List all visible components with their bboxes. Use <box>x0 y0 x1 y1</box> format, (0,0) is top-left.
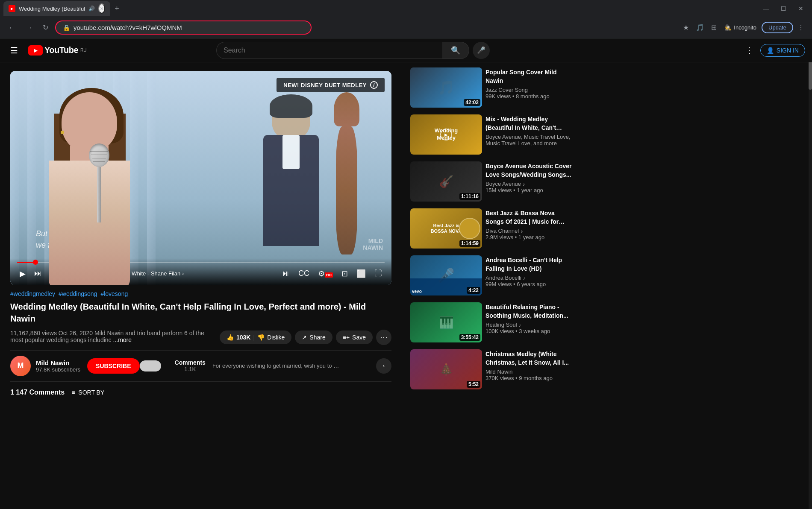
voice-search-button[interactable]: 🎤 <box>473 42 490 59</box>
new-tab-button[interactable]: + <box>112 2 122 16</box>
sort-button[interactable]: ≡ SORT BY <box>71 389 104 396</box>
comments-button[interactable]: Comments 1.1K <box>175 359 206 372</box>
thumb-bossa-text: Best Jazz &BOSSA NOVA <box>430 222 463 235</box>
save-label: Save <box>352 334 366 341</box>
comments-expand-button[interactable]: › <box>376 358 391 374</box>
more-link[interactable]: ...more <box>113 336 132 343</box>
sidebar-item-4[interactable]: 🎤 vevo 4:22 Andrea Bocelli - Can't Help … <box>409 254 574 297</box>
content-area: NEW! DISNEY DUET MEDLEY i But when we fi… <box>0 62 402 408</box>
sidebar-title-4: Andrea Bocelli - Can't Help Falling In L… <box>485 256 573 273</box>
fullscreen-button[interactable]: ⛶ <box>372 267 385 280</box>
sidebar-title-2: Boyce Avenue Acoustic Cover Love Songs/W… <box>485 162 573 179</box>
miniplayer-button[interactable]: ⊡ <box>339 267 350 280</box>
sidebar-item-2[interactable]: 🎸 1:11:16 Boyce Avenue Acoustic Cover Lo… <box>409 160 574 203</box>
theater-button[interactable]: ⬜ <box>354 267 368 280</box>
main-layout: NEW! DISNEY DUET MEDLEY i But when we fi… <box>0 62 812 408</box>
mic-stem <box>97 167 101 222</box>
sidebar-thumb-5: 🎹 3:55:42 <box>410 302 482 342</box>
thumb-icon-5: 🎹 <box>439 316 454 330</box>
thumbs-up-icon: 👍 <box>227 334 234 341</box>
play-button[interactable]: ▶ <box>17 267 28 280</box>
bookmark-button[interactable]: ★ <box>680 21 691 34</box>
sidebar-item-5[interactable]: 🎹 3:55:42 Beautiful Relaxing Piano - Soo… <box>409 301 574 344</box>
next-arrow: › <box>182 270 184 277</box>
sidebar-info-0: Popular Song Cover Mild Nawin Jazz Cover… <box>485 67 573 108</box>
url-box[interactable]: 🔒 <box>55 20 312 35</box>
video-stats: 11,162,860 views Oct 26, 2020 Mild Nawin… <box>10 330 213 343</box>
logo-country: RU <box>80 48 86 53</box>
header-right: ⋮ 👤 SIGN IN <box>742 42 805 59</box>
sidebar-info-6: Christmas Medley (White Christmas, Let I… <box>485 349 573 389</box>
badge-text: NEW! DISNEY DUET MEDLEY <box>283 82 367 88</box>
subtitles-button[interactable]: CC <box>296 267 312 280</box>
channel-row: M Mild Nawin 97.8K subscribers SUBSCRIBE… <box>10 350 391 382</box>
media-button[interactable]: 🎵 <box>693 21 707 34</box>
comments-count-label: 1.1K <box>184 366 196 372</box>
thumb-channel-label-4: vevo <box>412 289 422 294</box>
like-count: 103K <box>236 334 250 341</box>
search-input[interactable] <box>216 42 442 59</box>
video-player[interactable]: NEW! DISNEY DUET MEDLEY i But when we fi… <box>10 71 391 285</box>
like-button[interactable]: 👍 103K | 👎 Dislike <box>220 331 291 344</box>
tag-lovesong[interactable]: #lovesong <box>100 290 128 297</box>
search-button[interactable]: 🔍 <box>442 42 469 59</box>
tab-close-button[interactable]: × <box>98 3 105 14</box>
close-window-button[interactable]: ✕ <box>793 3 809 15</box>
bass-head <box>334 92 359 126</box>
autoplay-toggle[interactable]: ⏯ <box>279 267 292 280</box>
sidebar-item-1[interactable]: WeddingMedley ▶ Mix - Wedding Medley (Be… <box>409 113 574 156</box>
browser-more-button[interactable]: ⋮ <box>795 21 807 34</box>
info-icon[interactable]: i <box>370 81 378 89</box>
share-button[interactable]: ↗ Share <box>295 331 332 344</box>
back-button[interactable]: ← <box>5 20 19 35</box>
save-button[interactable]: ≡+ Save <box>336 331 373 344</box>
sidebar-item-6[interactable]: 🎄 5:52 Christmas Medley (White Christmas… <box>409 348 574 391</box>
youtube-app: ☰ YouTubeRU 🔍 🎤 ⋮ 👤 SIGN IN <box>0 38 812 508</box>
scrollbar-track[interactable] <box>809 38 812 509</box>
logo-icon <box>28 45 43 56</box>
video-watermark: MILD NAWIN <box>363 237 383 251</box>
thumb-duration-2: 1:11:16 <box>459 193 480 200</box>
split-view-button[interactable]: ⊞ <box>709 21 719 34</box>
thumb-duration-4: 4:22 <box>467 287 480 294</box>
url-input[interactable] <box>74 24 304 31</box>
browser-tab[interactable]: ▶ Wedding Medley (Beautiful 🔊 × <box>3 1 110 16</box>
minimize-button[interactable]: — <box>758 3 774 15</box>
tag-weddingsong[interactable]: #weddingsong <box>59 290 97 297</box>
sidebar-meta-4: 99M views • 6 years ago <box>485 281 573 287</box>
share-icon: ↗ <box>302 334 307 341</box>
sidebar-info-5: Beautiful Relaxing Piano - Soothing Musi… <box>485 302 573 342</box>
tab-title: Wedding Medley (Beautiful <box>19 6 85 12</box>
sidebar-item-3[interactable]: Best Jazz &BOSSA NOVA 1:14:59 Best Jazz … <box>409 207 574 250</box>
maximize-button[interactable]: ☐ <box>776 3 791 15</box>
next-button[interactable]: ⏭ <box>32 267 44 280</box>
video-actions: 👍 103K | 👎 Dislike ↗ Share ≡+ Save <box>220 330 391 345</box>
comments-header: 1 147 Comments ≡ SORT BY <box>10 382 391 400</box>
view-count: 11,162,860 views <box>10 330 57 336</box>
ctrl-right: ⏯ CC ⚙HD ⊡ ⬜ ⛶ <box>279 267 385 280</box>
bassist-hair <box>270 94 312 118</box>
sign-in-button[interactable]: 👤 SIGN IN <box>760 44 805 57</box>
sidebar-item[interactable]: 42:02 🎵 Popular Song Cover Mild Nawin Ja… <box>409 66 574 109</box>
channel-name[interactable]: Mild Nawin <box>36 359 80 366</box>
subscribe-button[interactable]: SUBSCRIBE <box>87 358 139 374</box>
update-button[interactable]: Update <box>762 22 793 33</box>
video-badge: NEW! DISNEY DUET MEDLEY i <box>277 78 385 92</box>
search-form: 🔍 🎤 <box>216 42 490 59</box>
youtube-logo[interactable]: YouTubeRU <box>28 45 87 56</box>
mic-grille-2 <box>90 151 108 152</box>
like-separator: | <box>253 334 255 341</box>
reload-button[interactable]: ↻ <box>39 20 52 35</box>
menu-button[interactable]: ☰ <box>7 42 21 59</box>
more-options-button[interactable]: ⋮ <box>742 42 757 59</box>
incognito-badge: 🕵 Incognito <box>721 23 760 32</box>
video-title: Wedding Medley (Beautiful In White, Can'… <box>10 301 391 325</box>
mic-head <box>89 143 109 167</box>
settings-button[interactable]: ⚙HD <box>315 267 335 280</box>
sidebar-info-3: Best Jazz & Bossa Nova Songs Of 2021 | M… <box>485 208 573 249</box>
tag-weddingmedley[interactable]: #weddingmedley <box>10 290 55 297</box>
forward-button[interactable]: → <box>22 20 36 35</box>
notifications-toggle[interactable] <box>140 360 161 372</box>
sidebar-meta-3: 2.9M views • 1 year ago <box>485 234 573 240</box>
more-actions-button[interactable]: ⋯ <box>376 330 391 345</box>
